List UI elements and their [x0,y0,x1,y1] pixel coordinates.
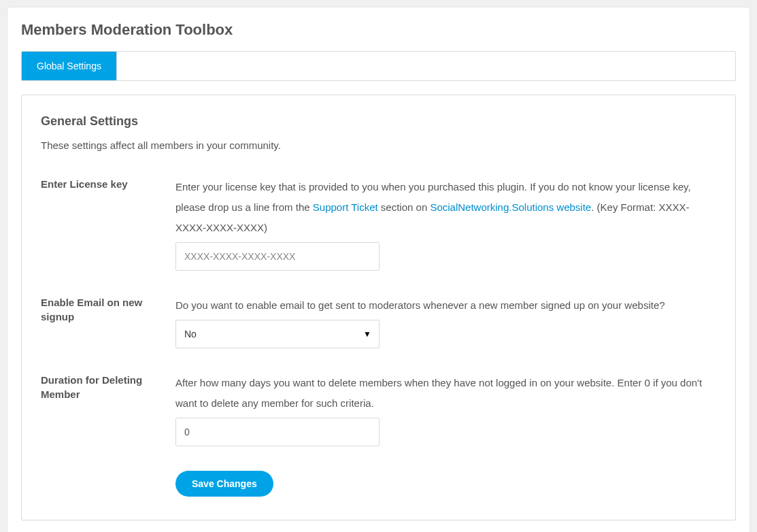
field-enable-email: Do you want to enable email to get sent … [175,295,716,348]
license-description: Enter your license key that is provided … [175,177,716,238]
enable-email-select-wrap: No ▼ [175,320,380,348]
license-desc-text-2: section on [378,201,431,213]
row-duration: Duration for Deleting Member After how m… [41,373,716,446]
page-container: Members Moderation Toolbox Global Settin… [7,7,750,532]
field-license-key: Enter your license key that is provided … [175,177,716,271]
row-license-key: Enter License key Enter your license key… [41,177,716,271]
field-duration: After how many days you want to delete m… [175,373,716,446]
duration-description: After how many days you want to delete m… [175,373,716,414]
row-enable-email: Enable Email on new signup Do you want t… [41,295,716,348]
license-key-input[interactable] [175,242,380,271]
page-title: Members Moderation Toolbox [21,21,736,39]
enable-email-select[interactable]: No [175,320,380,348]
label-duration: Duration for Deleting Member [41,373,175,401]
support-ticket-link[interactable]: Support Ticket [313,201,378,213]
label-enable-email: Enable Email on new signup [41,295,175,324]
section-title: General Settings [41,114,716,129]
submit-row: Save Changes [175,471,716,497]
tab-global-settings[interactable]: Global Settings [22,52,117,80]
sns-website-link[interactable]: SocialNetworking.Solutions website [430,201,591,213]
save-button[interactable]: Save Changes [175,471,273,497]
settings-panel: General Settings These settings affect a… [21,95,736,520]
enable-email-description: Do you want to enable email to get sent … [175,295,716,316]
tabs-bar: Global Settings [21,51,736,81]
section-description: These settings affect all members in you… [41,138,716,154]
label-license-key: Enter License key [41,177,175,191]
duration-input[interactable] [175,418,380,446]
